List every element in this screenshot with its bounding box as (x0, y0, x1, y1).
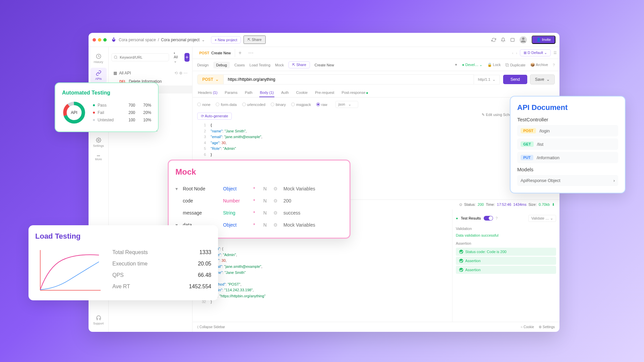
refresh-icon[interactable] (491, 38, 496, 42)
invite-button[interactable]: 👤 Invite (532, 36, 555, 44)
bt-binary[interactable]: binary (271, 103, 286, 107)
load-stat-row: QPS66.48 (112, 269, 211, 281)
protocol-select[interactable]: http/1.1 ⌄ (474, 75, 500, 84)
search-input[interactable] (111, 53, 169, 61)
avatar[interactable] (520, 36, 527, 44)
workspace-name[interactable]: Cora personal space (119, 38, 156, 42)
bt-raw[interactable]: raw (316, 103, 327, 107)
auto-generate-button[interactable]: ⟳ Auto-generate (197, 113, 232, 120)
doc-models-label: Models (517, 167, 618, 172)
tab-create-new[interactable]: POST Create New (195, 49, 235, 57)
doc-endpoint-row[interactable]: PUT/information (517, 152, 618, 163)
sub-cases[interactable]: Cases (234, 63, 245, 67)
filter-select[interactable]: • All ⌄ (171, 50, 182, 65)
auto-stat-row: Fail20020% (93, 109, 151, 116)
nav-more[interactable]: •••More (91, 152, 107, 164)
nav-apis[interactable]: APIs (91, 68, 107, 83)
maximize-icon[interactable] (103, 38, 107, 42)
tab-headers[interactable]: Headers (1) (197, 88, 218, 97)
footer-settings[interactable]: ⚙ Settings (539, 325, 555, 329)
auto-stat-row: Pass70070% (93, 102, 151, 109)
load-stat-row: Execution time20.05 (112, 258, 211, 269)
tab-post-response[interactable]: Post-response (341, 88, 369, 97)
sub-load[interactable]: Load Testing (250, 63, 270, 67)
nav-history[interactable]: History (91, 51, 107, 66)
add-button[interactable]: + (184, 53, 190, 62)
doc-model-item[interactable]: ApiResponse Object› (517, 175, 618, 186)
request-tabs: Headers (1) Params Path Body (1) Auth Co… (193, 88, 559, 98)
subheader: Design Debug Cases Load Testing Mock ⇱ S… (193, 59, 559, 71)
minimize-icon[interactable] (98, 38, 101, 42)
bell-icon[interactable] (501, 38, 505, 42)
help-icon[interactable]: ? (553, 63, 555, 67)
tab-pre-request[interactable]: Pre-request (314, 88, 335, 97)
logo-icon (111, 37, 117, 43)
magic-icon[interactable]: ✦ (454, 63, 458, 67)
close-icon[interactable] (93, 38, 96, 42)
sub-debug[interactable]: Debug (213, 62, 229, 68)
format-select[interactable]: json ⌄ (335, 101, 358, 108)
api-document-card: API Document TestController POST/loginGE… (510, 96, 626, 193)
sub-title: Create New (315, 63, 334, 67)
bt-form[interactable]: form-data (216, 103, 236, 107)
help-icon[interactable]: ? (496, 216, 498, 220)
doc-title: API Document (517, 103, 618, 112)
test-results-toggle[interactable] (484, 216, 493, 221)
tab-nav-prev[interactable]: ‹ (512, 51, 514, 55)
new-project-button[interactable]: + New project (211, 36, 241, 44)
window-controls[interactable] (93, 38, 107, 42)
env-select[interactable]: ⊞ D Default ⌄ (520, 49, 551, 56)
lock-button[interactable]: 🔒 Lock (487, 63, 501, 67)
mock-title: Mock (175, 167, 343, 177)
sub-design[interactable]: Design (197, 63, 209, 67)
donut-chart: API (62, 101, 86, 125)
tab-cookie[interactable]: Cookie (296, 88, 308, 97)
all-api-header[interactable]: ▦ All API⟲ ⊕ ⋯ (109, 69, 192, 77)
load-stat-row: Ave RT1452.554 (112, 281, 211, 292)
archive-icon[interactable] (510, 38, 515, 42)
automated-testing-card: Automated Testing API Pass70070%Fail2002… (55, 82, 159, 132)
chevron-down-icon[interactable]: ⌄ (202, 38, 205, 42)
tab-auth[interactable]: Auth (280, 88, 289, 97)
url-input[interactable] (223, 74, 474, 84)
bt-none[interactable]: none (197, 103, 210, 107)
tab-nav-next[interactable]: › (516, 51, 517, 55)
mock-field-row[interactable]: messageString*N⚙success (175, 207, 343, 219)
sub-share-button[interactable]: ⇱ Share (288, 61, 310, 68)
duplicate-button[interactable]: ⿻ Duplicate (505, 63, 526, 67)
tab-params[interactable]: Params (224, 88, 238, 97)
env-develop[interactable]: ● Devel… ⌄ (462, 63, 483, 67)
load-stat-row: Total Requests1333 (112, 247, 211, 258)
nav-support[interactable]: Support (91, 312, 107, 328)
doc-endpoint-row[interactable]: POST/login (517, 125, 618, 136)
tab-path[interactable]: Path (244, 88, 253, 97)
footer-cookie[interactable]: ○ Cookie (521, 325, 534, 329)
mock-field-row[interactable]: codeNumber*N⚙200 (175, 195, 343, 207)
mock-field-row[interactable]: ▾Root NodeObject*N⚙Mock Variables (175, 183, 343, 195)
save-button[interactable]: Save ⌄ (530, 74, 555, 84)
share-button[interactable]: ⇱ Share (244, 36, 265, 44)
panel-toggle-icon[interactable]: ☰ (553, 51, 557, 55)
doc-endpoint-row[interactable]: GET/list (517, 138, 618, 150)
titlebar: Cora personal space / Cora personal proj… (89, 33, 559, 47)
send-button[interactable]: Send (503, 75, 527, 84)
test-results-panel: ● Test Results ? Validate … ⌄ Validation… (452, 209, 559, 322)
nav-settings[interactable]: Settings (91, 135, 107, 150)
breadcrumb[interactable]: Cora personal space / Cora personal proj… (119, 38, 205, 42)
collapse-sidebar-button[interactable]: ⟨ Collapse Sidebar (197, 325, 225, 329)
request-body-editor[interactable]: 1{2 "name": "Jane Smith",3 "email": "jan… (193, 121, 559, 159)
validate-select[interactable]: Validate … ⌄ (528, 215, 556, 222)
method-select[interactable]: POST ⌄ (197, 74, 223, 84)
tab-more[interactable]: ⋯ (245, 48, 257, 58)
body-type-row: none form-data urlencoded binary msgpack… (193, 98, 559, 111)
assertion-label: Assertion (456, 239, 556, 247)
bt-url[interactable]: urlencoded (242, 103, 265, 107)
archive-button[interactable]: 📦 Archive (530, 63, 548, 67)
sub-mock[interactable]: Mock (275, 63, 284, 67)
tab-body[interactable]: Body (1) (259, 88, 275, 97)
assertion-row: Status code: Code is 200 (456, 248, 556, 256)
bt-msgpack[interactable]: msgpack (291, 103, 311, 107)
assertion-row: Assertion (456, 257, 556, 265)
project-name[interactable]: Cora personal project (161, 38, 200, 42)
tab-add[interactable]: + (235, 48, 245, 58)
